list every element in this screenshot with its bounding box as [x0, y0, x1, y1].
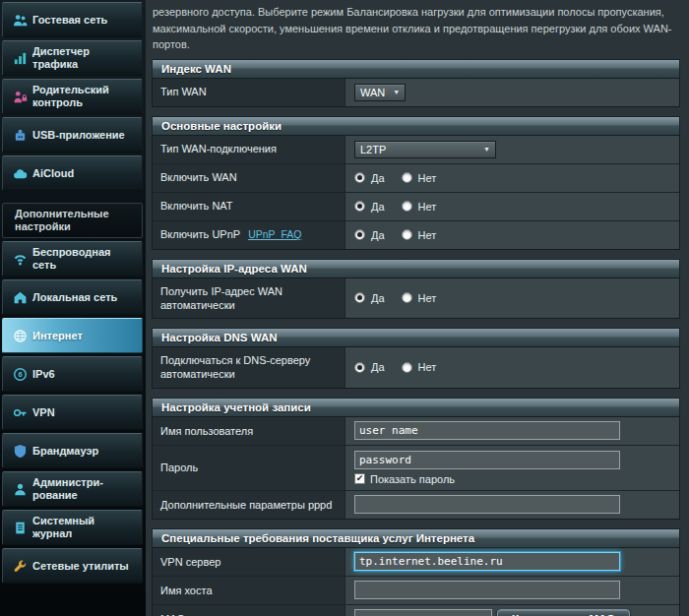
radio-yes-label: Да	[371, 292, 385, 304]
sidebar-item-vpn[interactable]: VPN	[2, 395, 143, 430]
radio-no-label: Нет	[418, 292, 437, 304]
table-row: Включить WAN Да Нет	[153, 163, 679, 192]
aicloud-icon	[7, 164, 32, 182]
router-admin-page: Гостевая сеть Диспетчер трафика Родитель…	[0, 0, 689, 616]
sidebar-item-label: Гостевая сеть	[32, 14, 109, 27]
table-row: Тип WAN WAN ▼	[153, 79, 679, 106]
mac-address-field[interactable]	[354, 609, 492, 616]
sidebar-item-aicloud[interactable]: AiCloud	[2, 155, 143, 191]
section-account: Настройка учетной записи Имя пользовател…	[152, 398, 680, 520]
sidebar-item-traffic-manager[interactable]: Диспетчер трафика	[2, 40, 143, 76]
username-label: Имя пользователя	[153, 417, 345, 445]
chevron-down-icon: ▼	[483, 146, 490, 153]
hostname-label: Имя хоста	[153, 577, 345, 604]
enable-wan-yes-radio[interactable]	[354, 172, 365, 183]
auto-dns-radio-group: Да Нет	[345, 347, 679, 388]
table-row: Имя хоста	[153, 576, 679, 604]
section-wan-index: Индекс WAN Тип WAN WAN ▼	[152, 59, 680, 107]
sidebar: Гостевая сеть Диспетчер трафика Родитель…	[0, 0, 146, 616]
enable-upnp-no-radio[interactable]	[402, 229, 412, 240]
main-content: резервного доступа. Выберите режим Балан…	[146, 0, 689, 616]
sidebar-item-label: VPN	[32, 406, 57, 419]
enable-wan-radio-group: Да Нет	[345, 164, 679, 192]
sidebar-item-internet[interactable]: Интернет	[2, 318, 143, 353]
usb-application-icon	[7, 126, 32, 144]
section-title: Настройка IP-адреса WAN	[152, 259, 680, 277]
section-dns: Настройка DNS WAN Подключаться к DNS-сер…	[152, 328, 680, 389]
enable-upnp-label-cell: Включить UPnP UPnP_FAQ	[153, 221, 345, 249]
auto-ip-no-radio[interactable]	[402, 292, 412, 303]
guest-network-icon	[7, 11, 32, 29]
upnp-faq-link[interactable]: UPnP_FAQ	[248, 228, 301, 242]
enable-wan-no-radio[interactable]	[402, 172, 412, 183]
show-password-checkbox[interactable]: ✔	[354, 473, 365, 484]
pppd-options-label: Дополнительные параметры pppd	[153, 491, 345, 519]
sidebar-item-label: Родительский контроль	[32, 84, 139, 109]
vpn-server-field[interactable]	[354, 552, 620, 571]
sidebar-item-usb-application[interactable]: USB-приложение	[2, 117, 143, 153]
clone-mac-button[interactable]: Клонировать MAC	[497, 609, 630, 616]
enable-upnp-label: Включить UPnP	[160, 227, 240, 241]
sidebar-item-label: Системный журнал	[32, 515, 139, 540]
page-description-text: резервного доступа. Выберите режим Балан…	[153, 4, 679, 53]
radio-yes-label: Да	[371, 201, 385, 213]
sidebar-item-ipv6[interactable]: 6 IPv6	[2, 356, 143, 392]
home-icon	[7, 288, 32, 306]
sidebar-item-label: Интернет	[32, 330, 85, 342]
enable-wan-label: Включить WAN	[153, 164, 345, 192]
enable-upnp-radio-group: Да Нет	[345, 221, 679, 249]
sidebar-item-wireless[interactable]: Беспроводная сеть	[2, 241, 143, 277]
auto-ip-yes-radio[interactable]	[354, 292, 365, 303]
connection-type-select[interactable]: L2TP ▼	[354, 141, 496, 158]
sidebar-item-administration[interactable]: Администри-рование	[2, 471, 143, 507]
wan-type-select[interactable]: WAN ▼	[354, 84, 406, 101]
pppd-options-field[interactable]	[354, 495, 620, 514]
auto-dns-no-radio[interactable]	[402, 362, 412, 373]
chevron-down-icon: ▼	[393, 89, 400, 95]
enable-upnp-yes-radio[interactable]	[354, 229, 365, 240]
auto-ip-label: Получить IP-адрес WAN автоматически	[153, 278, 345, 319]
section-title: Индекс WAN	[152, 59, 680, 78]
radio-no-label: Нет	[418, 172, 437, 184]
vpn-server-label: VPN сервер	[153, 548, 345, 576]
sidebar-item-network-tools[interactable]: Сетевые утилиты	[2, 548, 143, 584]
table-row: MAC-адрес Клонировать MAC	[153, 604, 679, 616]
sidebar-item-label: Брандмауэр	[32, 445, 100, 458]
password-field[interactable]	[354, 451, 620, 469]
traffic-manager-icon	[7, 49, 32, 67]
table-row: VPN сервер	[153, 548, 679, 576]
vpn-key-icon	[7, 403, 32, 421]
username-field[interactable]	[354, 421, 620, 440]
sidebar-item-label: Беспроводная сеть	[32, 246, 139, 272]
table-row: Имя пользователя	[153, 417, 679, 445]
section-title: Основные настройки	[152, 116, 680, 135]
radio-yes-label: Да	[371, 172, 385, 184]
section-title: Настройка учетной записи	[152, 398, 680, 416]
sidebar-item-parental-control[interactable]: Родительский контроль	[2, 79, 143, 114]
enable-nat-yes-radio[interactable]	[354, 201, 365, 212]
document-icon	[7, 519, 32, 536]
hostname-field[interactable]	[354, 581, 620, 599]
shield-icon	[7, 442, 32, 460]
show-password-label: Показать пароль	[370, 473, 455, 485]
section-wan-ip: Настройка IP-адреса WAN Получить IP-адре…	[152, 259, 680, 320]
sidebar-item-system-log[interactable]: Системный журнал	[2, 510, 143, 545]
enable-nat-label: Включить NAT	[153, 193, 345, 220]
wan-type-selected-value: WAN	[360, 87, 385, 98]
parental-control-icon	[7, 88, 32, 105]
enable-nat-no-radio[interactable]	[402, 201, 412, 212]
section-basic-settings: Основные настройки Тип WAN-подключения L…	[152, 116, 680, 250]
section-isp-requirements: Специальные требования поставщика услуг …	[152, 528, 680, 616]
radio-no-label: Нет	[418, 229, 437, 241]
sidebar-item-firewall[interactable]: Брандмауэр	[2, 433, 143, 468]
auto-ip-radio-group: Да Нет	[345, 278, 679, 319]
sidebar-item-guest-network[interactable]: Гостевая сеть	[2, 2, 143, 37]
table-row: Дополнительные параметры pppd	[153, 490, 679, 519]
sidebar-item-lan[interactable]: Локальная сеть	[2, 279, 143, 315]
section-title: Специальные требования поставщика услуг …	[152, 528, 680, 547]
admin-person-icon	[7, 480, 32, 498]
radio-yes-label: Да	[371, 361, 385, 373]
wireless-icon	[7, 250, 32, 268]
sidebar-item-label: Диспетчер трафика	[32, 45, 139, 71]
auto-dns-yes-radio[interactable]	[354, 362, 365, 373]
